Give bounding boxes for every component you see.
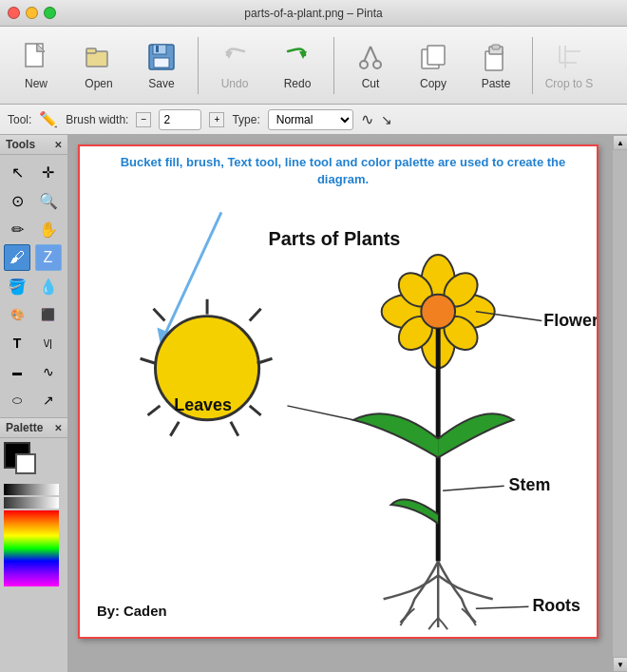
eraser-tool[interactable]: Z — [35, 244, 62, 271]
copy-label: Copy — [420, 77, 446, 90]
paste-button[interactable]: Paste — [466, 31, 526, 100]
svg-line-31 — [148, 406, 161, 415]
window-title: parts-of-a-plant.png – Pinta — [244, 7, 382, 20]
gradient-tool[interactable]: ⬛ — [35, 301, 62, 328]
brush-tool[interactable]: 🖌 — [4, 244, 30, 271]
svg-rect-5 — [153, 45, 166, 54]
gray-scale-strip[interactable] — [4, 497, 59, 509]
freeform-tool[interactable]: ↗ — [35, 387, 62, 413]
tool-options-bar: Tool: ✏️ Brush width: − + Type: Normal S… — [0, 105, 627, 135]
svg-text:Roots: Roots — [532, 596, 580, 615]
scroll-down-button[interactable]: ▼ — [613, 657, 627, 672]
color-palette-tool[interactable]: 🎨 — [4, 301, 30, 328]
separator-3 — [532, 37, 533, 94]
canvas-wrapper: Bucket fill, brush, Text tool, line tool… — [78, 144, 598, 639]
ellipse-tool[interactable]: ⬭ — [4, 387, 30, 413]
text-tool[interactable]: T — [4, 330, 30, 356]
brush-width-label: Brush width: — [66, 113, 128, 126]
crop-button[interactable]: Crop to S — [539, 31, 599, 100]
minimize-button[interactable] — [26, 7, 38, 19]
svg-line-12 — [364, 47, 370, 62]
pan-tool[interactable]: ✋ — [35, 216, 62, 242]
zoom-tool[interactable]: 🔍 — [35, 187, 62, 214]
toolbar: New Open Save Undo — [0, 27, 627, 105]
tools-grid: ↖ ✛ ⊙ 🔍 ✏ ✋ 🖌 Z 🪣 💧 🎨 ⬛ T \/| ▬ ∿ ⬭ ↗ — [0, 155, 67, 417]
svg-line-29 — [141, 358, 156, 363]
svg-line-46 — [287, 406, 352, 420]
open-label: Open — [85, 77, 112, 90]
svg-text:Flowers: Flowers — [543, 311, 597, 330]
svg-rect-3 — [86, 48, 96, 53]
svg-point-43 — [421, 295, 455, 329]
tools-collapse-icon[interactable]: ✕ — [54, 140, 62, 150]
tools-header: Tools ✕ — [0, 135, 67, 155]
scroll-track[interactable] — [613, 150, 627, 657]
close-button[interactable] — [8, 7, 20, 19]
separator-1 — [198, 37, 199, 94]
copy-icon — [416, 40, 450, 74]
color-strip[interactable] — [4, 510, 59, 586]
svg-text:Stem: Stem — [509, 475, 551, 494]
tool-icon: ✏️ — [39, 110, 58, 128]
crop-label: Crop to S — [545, 77, 594, 90]
palette-title: Palette — [6, 421, 43, 434]
redo-icon — [280, 40, 314, 74]
arrow-tool[interactable]: ↖ — [4, 159, 30, 185]
new-icon — [19, 40, 53, 74]
brush-width-increase[interactable]: + — [209, 112, 224, 127]
redo-label: Redo — [284, 77, 312, 90]
svg-line-34 — [231, 422, 238, 436]
svg-line-48 — [476, 606, 529, 608]
svg-line-28 — [250, 309, 261, 321]
undo-button[interactable]: Undo — [204, 31, 265, 100]
svg-line-32 — [250, 406, 261, 415]
open-button[interactable]: Open — [68, 31, 129, 100]
new-button[interactable]: New — [6, 31, 66, 100]
svg-rect-7 — [156, 46, 159, 52]
save-button[interactable]: Save — [131, 31, 192, 100]
save-icon — [144, 40, 179, 74]
curve-icon: ∿ — [361, 110, 373, 128]
svg-rect-6 — [154, 58, 169, 67]
background-color[interactable] — [15, 453, 36, 474]
paint-bucket-tool[interactable]: 🪣 — [4, 273, 30, 299]
save-label: Save — [148, 77, 174, 90]
paste-icon — [479, 40, 513, 74]
brush-type-select[interactable]: Normal Soft — [268, 109, 353, 130]
foreground-color[interactable] — [4, 442, 30, 469]
tools-panel: Tools ✕ ↖ ✛ ⊙ 🔍 ✏ ✋ 🖌 Z 🪣 💧 🎨 ⬛ T \/| — [0, 135, 68, 672]
svg-point-10 — [360, 61, 368, 68]
title-bar: parts-of-a-plant.png – Pinta — [0, 0, 627, 27]
gray-gradient-strip[interactable] — [4, 484, 59, 495]
color-picker-tool[interactable]: 💧 — [35, 273, 62, 299]
undo-label: Undo — [221, 77, 249, 90]
redo-button[interactable]: Redo — [267, 31, 328, 100]
svg-line-33 — [170, 422, 179, 436]
svg-line-26 — [154, 309, 165, 321]
palette-area — [0, 438, 67, 672]
canvas-area[interactable]: Bucket fill, brush, Text tool, line tool… — [68, 135, 612, 672]
canvas-svg: Parts of Plants Flowers Leaves Stem Root… — [80, 146, 597, 637]
pencil-tool[interactable]: ✏ — [4, 216, 30, 242]
brush-width-decrease[interactable]: − — [136, 112, 151, 127]
crop-icon — [552, 40, 586, 74]
palette-collapse-icon[interactable]: ✕ — [54, 423, 62, 433]
brush-width-input[interactable] — [159, 109, 201, 130]
line-tool[interactable]: ▬ — [4, 358, 30, 385]
right-scrollbar: ▲ ▼ — [612, 135, 627, 672]
window-controls[interactable] — [8, 7, 56, 19]
copy-button[interactable]: Copy — [403, 31, 464, 100]
cut-button[interactable]: Cut — [340, 31, 401, 100]
move-tool[interactable]: ✛ — [35, 159, 62, 185]
curve-tool[interactable]: ∿ — [35, 358, 62, 385]
tool-label: Tool: — [8, 113, 31, 126]
maximize-button[interactable] — [44, 7, 56, 19]
separator-2 — [333, 37, 334, 94]
paste-label: Paste — [482, 77, 511, 90]
new-label: New — [25, 77, 48, 90]
shapes-tool[interactable]: \/| — [35, 330, 62, 356]
main-layout: Tools ✕ ↖ ✛ ⊙ 🔍 ✏ ✋ 🖌 Z 🪣 💧 🎨 ⬛ T \/| — [0, 135, 627, 672]
lasso-tool[interactable]: ⊙ — [4, 187, 30, 214]
scroll-up-button[interactable]: ▲ — [613, 135, 627, 150]
color-swatches — [4, 442, 40, 478]
